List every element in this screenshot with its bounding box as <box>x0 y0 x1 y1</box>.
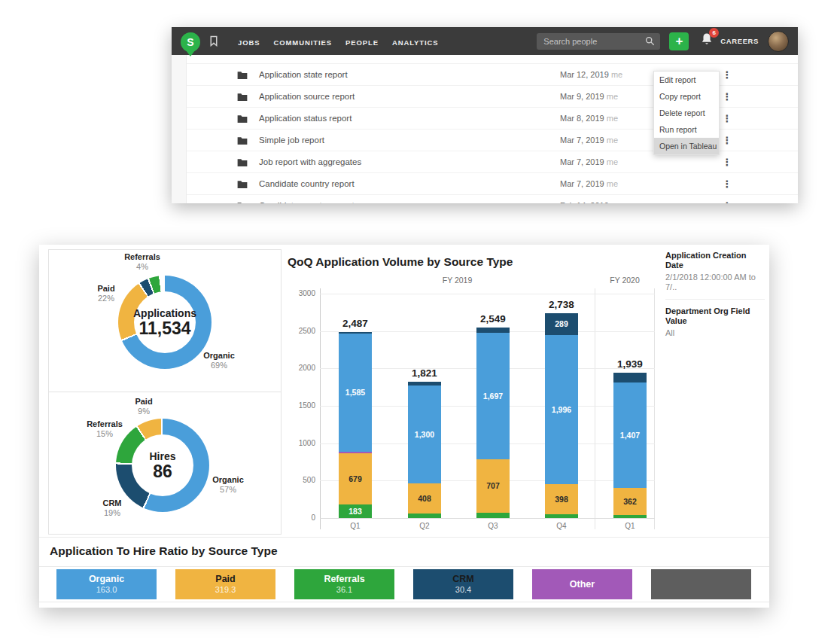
slice-label-paid: Paid 9% <box>110 397 178 416</box>
bar-segment-crm[interactable] <box>476 328 510 333</box>
stacked-bar-q1[interactable]: 3621,407 <box>613 373 647 518</box>
bar-total-label: 2,549 <box>465 313 521 325</box>
bar-segment-referrals[interactable] <box>545 514 578 518</box>
ratio-source-label: CRM <box>452 574 473 585</box>
menu-item-open-in-tableau[interactable]: Open in Tableau <box>654 138 719 154</box>
kebab-menu-icon[interactable]: ⋮ <box>720 135 735 146</box>
kebab-menu-icon[interactable]: ⋮ <box>720 200 735 204</box>
kebab-menu-icon[interactable]: ⋮ <box>720 91 735 102</box>
segment-value-label: 408 <box>418 494 431 503</box>
stacked-bar-q2[interactable]: 4081,300 <box>408 382 441 518</box>
bookmark-icon[interactable] <box>209 35 218 47</box>
stacked-bar-q3[interactable]: 7071,697 <box>476 328 510 518</box>
segment-value-label: 707 <box>486 481 500 490</box>
slice-label-referrals: Referrals 4% <box>108 252 176 272</box>
bar-segment-organic[interactable]: 1,697 <box>476 333 510 460</box>
bar-segment-crm[interactable] <box>613 373 647 382</box>
bar-segment-paid[interactable]: 398 <box>545 484 578 514</box>
avatar[interactable] <box>768 31 789 52</box>
ratio-box-crm[interactable]: CRM 30.4 <box>413 569 513 599</box>
kebab-menu-icon[interactable]: ⋮ <box>720 69 735 81</box>
bar-segment-paid[interactable]: 362 <box>613 488 647 515</box>
bar-segment-paid[interactable]: 679 <box>339 453 372 504</box>
nav-menu: JOBSCOMMUNITIESPEOPLEANALYTICS <box>224 35 438 48</box>
y-axis-line <box>320 288 321 529</box>
segment-value-label: 289 <box>555 319 568 328</box>
ratio-boxes-row: Organic 163.0 Paid 319.3 Referrals 36.1 … <box>39 566 769 602</box>
segment-value-label: 679 <box>348 474 362 483</box>
bar-segment-referrals[interactable] <box>613 515 647 518</box>
smartrecruiters-logo-icon[interactable]: S <box>181 32 200 52</box>
ratio-box-empty[interactable] <box>651 569 751 599</box>
report-date: Mar 9, 2019 me <box>560 92 618 101</box>
report-date: Mar 8, 2019 me <box>560 114 618 123</box>
add-button[interactable]: + <box>669 32 689 50</box>
x-axis-label: Q2 <box>408 522 441 530</box>
bar-segment-other[interactable] <box>339 452 372 453</box>
bar-segment-crm[interactable] <box>339 332 372 334</box>
report-owner: me <box>611 201 622 203</box>
bar-segment-organic[interactable]: 1,585 <box>339 334 372 452</box>
x-axis-label: Q3 <box>476 522 510 530</box>
kebab-menu-icon[interactable]: ⋮ <box>720 157 735 168</box>
report-name: Application state report <box>259 70 348 79</box>
nav-item-communities[interactable]: COMMUNITIES <box>273 38 331 47</box>
y-axis-tick: 0 <box>284 514 315 522</box>
bar-segment-organic[interactable]: 1,996 <box>545 335 578 484</box>
ratio-source-label: Referrals <box>324 574 364 585</box>
menu-item-run-report[interactable]: Run report <box>654 121 719 138</box>
notifications-bell[interactable]: 6 <box>699 32 714 50</box>
folder-icon <box>237 71 248 79</box>
report-name: Candidate country report <box>259 179 355 188</box>
bar-segment-paid[interactable]: 707 <box>476 459 510 512</box>
filter-application-creation-date[interactable]: Application Creation Date 2/1/2018 12:00… <box>665 251 765 300</box>
notification-badge: 6 <box>709 28 719 38</box>
ratio-section-title: Application To Hire Ratio by Source Type <box>50 544 278 558</box>
slice-label-organic: Organic 57% <box>194 475 262 495</box>
bar-segment-organic[interactable]: 1,407 <box>613 382 647 488</box>
left-edge-panel <box>172 55 187 203</box>
folder-icon <box>237 136 248 145</box>
nav-item-people[interactable]: PEOPLE <box>345 38 379 47</box>
report-owner: me <box>607 114 618 123</box>
bar-segment-crm[interactable]: 289 <box>545 313 578 335</box>
kebab-menu-icon[interactable]: ⋮ <box>720 113 735 124</box>
report-name: Job report with aggregates <box>259 157 361 166</box>
y-axis-tick: 3000 <box>284 289 315 297</box>
search-box[interactable] <box>537 33 660 50</box>
kebab-menu-icon[interactable]: ⋮ <box>720 178 735 190</box>
bar-segment-referrals[interactable] <box>476 513 510 518</box>
report-name: Candidate country report <box>259 201 355 203</box>
bar-segment-crm[interactable] <box>408 382 441 386</box>
report-row[interactable]: Candidate country report Feb 14, 2019 me… <box>187 195 798 203</box>
ratio-box-referrals[interactable]: Referrals 36.1 <box>294 569 394 599</box>
menu-item-copy-report[interactable]: Copy report <box>654 88 719 105</box>
search-icon[interactable] <box>645 36 655 46</box>
report-name: Application status report <box>259 114 352 123</box>
bar-segment-paid[interactable]: 408 <box>408 483 441 514</box>
segment-value-label: 398 <box>555 495 568 504</box>
bar-segment-referrals[interactable] <box>408 514 441 518</box>
bar-segment-referrals[interactable]: 183 <box>339 504 372 518</box>
folder-icon <box>237 93 248 101</box>
careers-link[interactable]: CAREERS <box>720 37 759 45</box>
browser-window: S JOBSCOMMUNITIESPEOPLEANALYTICS + 6 <box>172 27 798 203</box>
menu-item-delete-report[interactable]: Delete report <box>654 105 719 121</box>
nav-item-jobs[interactable]: JOBS <box>238 38 260 47</box>
search-input[interactable] <box>542 36 645 47</box>
y-axis-tick: 1000 <box>284 439 315 447</box>
stacked-bar-q4[interactable]: 3981,996289 <box>545 313 578 518</box>
fy-group-label: FY 2019 <box>320 275 595 285</box>
report-row[interactable]: Candidate country report Mar 7, 2019 me … <box>187 173 798 195</box>
menu-item-edit-report[interactable]: Edit report <box>654 72 719 88</box>
report-owner: me <box>611 70 622 79</box>
filter-department-org[interactable]: Department Org Field Value All <box>665 306 765 345</box>
bar-segment-organic[interactable]: 1,300 <box>408 386 441 483</box>
y-axis-tick: 500 <box>284 476 315 484</box>
stacked-bar-q1[interactable]: 1836791,585 <box>339 332 372 518</box>
ratio-box-other[interactable]: Other <box>532 569 632 599</box>
segment-value-label: 183 <box>348 507 362 516</box>
nav-item-analytics[interactable]: ANALYTICS <box>392 38 439 47</box>
ratio-box-organic[interactable]: Organic 163.0 <box>56 569 157 599</box>
ratio-box-paid[interactable]: Paid 319.3 <box>175 569 275 599</box>
